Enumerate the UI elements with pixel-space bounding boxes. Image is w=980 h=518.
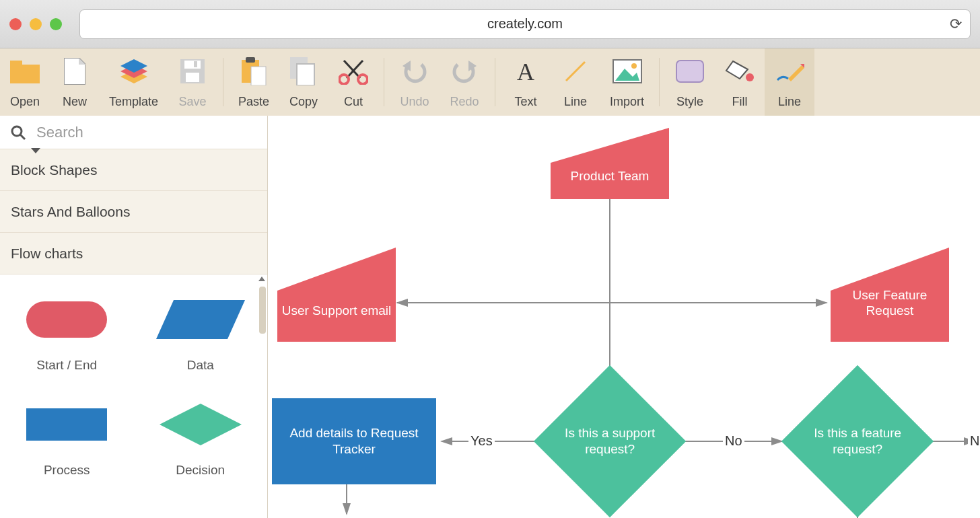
shape-start-end[interactable]: Start / End — [0, 291, 134, 373]
redo-button[interactable]: Redo — [440, 48, 489, 116]
import-button[interactable]: Import — [600, 48, 654, 116]
svg-line-23 — [566, 62, 585, 81]
svg-marker-30 — [788, 65, 804, 81]
node-add-details[interactable]: Add details to Request Tracker — [272, 398, 436, 484]
shape-palette: Start / End Data Process Decision — [0, 274, 267, 518]
svg-point-18 — [339, 75, 349, 84]
paint-bucket-icon — [725, 48, 755, 94]
svg-point-19 — [358, 75, 368, 84]
svg-line-33 — [20, 135, 25, 139]
svg-rect-27 — [676, 61, 703, 82]
svg-rect-8 — [184, 61, 201, 69]
category-stars-balloons[interactable]: Stars And Balloons — [0, 191, 267, 233]
scrollbar-thumb[interactable] — [259, 287, 266, 334]
shape-decision[interactable]: Decision — [134, 396, 268, 478]
diagram-canvas[interactable]: Product Team User Support email User Fea… — [268, 116, 980, 518]
template-button[interactable]: Template — [100, 48, 168, 116]
svg-marker-3 — [79, 58, 85, 65]
minimize-window-button[interactable] — [30, 18, 42, 30]
cut-button[interactable]: Cut — [328, 48, 378, 116]
svg-rect-12 — [246, 57, 255, 63]
svg-rect-10 — [194, 61, 197, 67]
search-icon — [0, 124, 36, 141]
save-icon — [180, 48, 205, 94]
undo-icon — [401, 48, 428, 94]
paste-icon — [240, 48, 267, 94]
svg-marker-37 — [160, 404, 242, 445]
svg-rect-1 — [10, 61, 22, 69]
new-button[interactable]: New — [50, 48, 100, 116]
svg-text:A: A — [517, 59, 534, 84]
save-button[interactable]: Save — [168, 48, 217, 116]
scissors-icon — [339, 48, 368, 94]
edge-label-no-2: N — [968, 433, 980, 449]
style-button[interactable]: Style — [665, 48, 715, 116]
text-tool-button[interactable]: A Text — [501, 48, 551, 116]
style-swatch-icon — [675, 48, 705, 94]
svg-point-32 — [12, 126, 22, 136]
svg-rect-36 — [26, 408, 107, 441]
reload-icon[interactable]: ⟳ — [950, 15, 962, 33]
shape-search — [0, 116, 267, 149]
main-toolbar: Open New Template Save Paste — [0, 48, 980, 116]
copy-button[interactable]: Copy — [279, 48, 328, 116]
node-is-support-request[interactable]: Is this a support request? — [534, 365, 686, 517]
svg-marker-47 — [277, 248, 396, 342]
address-bar[interactable]: creately.com ⟳ — [79, 9, 971, 39]
svg-marker-35 — [156, 300, 245, 339]
toolbar-separator — [659, 58, 660, 106]
svg-marker-46 — [551, 128, 669, 199]
toolbar-separator — [384, 58, 384, 106]
folder-icon — [10, 48, 40, 94]
node-is-feature-request[interactable]: Is this a feature request? — [781, 365, 934, 517]
undo-button[interactable]: Undo — [390, 48, 440, 116]
image-icon — [612, 48, 642, 94]
category-flow-charts[interactable]: Flow charts — [0, 233, 267, 274]
paste-button[interactable]: Paste — [229, 48, 279, 116]
browser-chrome: creately.com ⟳ — [0, 0, 980, 48]
shape-data[interactable]: Data — [134, 291, 268, 373]
node-user-feature-request[interactable]: User Feature Request — [831, 248, 949, 342]
svg-rect-13 — [251, 67, 266, 85]
copy-icon — [290, 48, 317, 94]
line-icon — [563, 48, 588, 94]
pencil-icon — [775, 48, 804, 94]
chevron-down-icon[interactable] — [31, 148, 40, 153]
text-icon: A — [513, 48, 538, 94]
line-style-button[interactable]: Line — [765, 48, 814, 116]
edge-label-yes: Yes — [468, 433, 495, 449]
node-user-support-email[interactable]: User Support email — [277, 248, 396, 342]
scroll-up-icon[interactable] — [258, 276, 265, 281]
svg-point-25 — [631, 63, 637, 69]
svg-rect-15 — [297, 64, 314, 85]
shape-process[interactable]: Process — [0, 396, 134, 478]
redo-icon — [451, 48, 478, 94]
node-product-team[interactable]: Product Team — [551, 128, 669, 199]
shape-search-input[interactable] — [36, 124, 267, 141]
svg-marker-28 — [726, 61, 748, 79]
fill-button[interactable]: Fill — [715, 48, 765, 116]
address-bar-url: creately.com — [487, 16, 563, 32]
close-window-button[interactable] — [9, 18, 22, 30]
svg-point-29 — [746, 73, 754, 81]
toolbar-separator — [223, 58, 223, 106]
toolbar-separator — [495, 58, 495, 106]
category-block-shapes[interactable]: Block Shapes — [0, 149, 267, 191]
svg-rect-9 — [186, 73, 199, 82]
shapes-sidebar: Block Shapes Stars And Balloons Flow cha… — [0, 116, 268, 518]
layers-icon — [119, 48, 149, 94]
open-button[interactable]: Open — [0, 48, 50, 116]
edge-label-no: No — [723, 433, 744, 449]
line-tool-button[interactable]: Line — [551, 48, 600, 116]
svg-rect-34 — [26, 301, 107, 338]
window-controls — [9, 18, 62, 30]
document-icon — [64, 48, 85, 94]
workspace: Block Shapes Stars And Balloons Flow cha… — [0, 116, 980, 518]
maximize-window-button[interactable] — [50, 18, 62, 30]
